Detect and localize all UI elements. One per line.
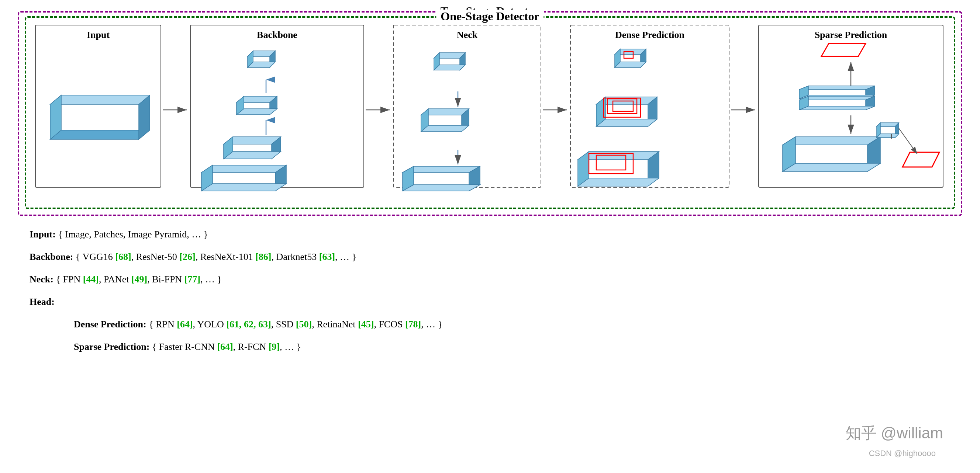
main-container: Two-Stage Detector One-Stage Detector [0, 0, 980, 473]
desc-input: Input: { Image, Patches, Image Pyramid, … [30, 227, 965, 241]
desc-head-label: Head: [30, 297, 55, 307]
ref-63: [63] [319, 251, 335, 262]
svg-text:Backbone: Backbone [257, 30, 298, 40]
desc-sparse-t3: , … } [280, 341, 301, 352]
watermark-sub: CSDN @highoooo [869, 449, 936, 458]
ref-9: [9] [269, 341, 280, 352]
ref-64: [64] [177, 319, 192, 330]
ref-64b: [64] [217, 341, 233, 352]
desc-dense-pred: Dense Prediction: { RPN [64], YOLO [61, … [30, 317, 965, 332]
svg-marker-27 [202, 165, 286, 173]
desc-dense-pred-label: Dense Prediction: [74, 319, 146, 330]
ref-49: [49] [131, 274, 147, 285]
desc-sparse-pred: Sparse Prediction: { Faster R-CNN [64], … [30, 340, 965, 354]
desc-sparse-t2: , R-FCN [233, 341, 269, 352]
ref-44: [44] [83, 274, 99, 285]
desc-dense-t4: , RetinaNet [312, 319, 358, 330]
desc-head: Head: [30, 295, 965, 309]
ref-78: [78] [405, 319, 421, 330]
svg-marker-80 [799, 106, 875, 110]
svg-marker-41 [421, 125, 469, 132]
svg-text:Sparse Prediction: Sparse Prediction [815, 30, 888, 40]
watermark: 知乎 @william [846, 423, 943, 443]
desc-dense-t2: , YOLO [193, 319, 227, 330]
ref-26: [26] [179, 251, 195, 262]
desc-dense-t6: , … } [421, 319, 442, 330]
svg-marker-78 [799, 96, 875, 100]
svg-marker-65 [578, 178, 659, 186]
svg-marker-29 [202, 184, 286, 191]
svg-marker-74 [799, 86, 875, 90]
desc-neck-t3: , Bi-FPN [147, 274, 184, 285]
desc-input-label: Input: [30, 229, 56, 240]
desc-section: Input: { Image, Patches, Image Pyramid, … [15, 227, 965, 354]
desc-dense-t1: { RPN [149, 319, 177, 330]
ref-86: [86] [255, 251, 271, 262]
desc-input-text: { Image, Patches, Image Pyramid, … } [58, 229, 208, 240]
desc-dense-t3: , SSD [271, 319, 296, 330]
desc-sparse-pred-label: Sparse Prediction: [74, 341, 150, 352]
ref-45: [45] [358, 319, 374, 330]
ref-61: [61, 62, 63] [226, 319, 271, 330]
desc-backbone-t4: , Darknet53 [271, 251, 319, 262]
svg-marker-46 [402, 185, 480, 191]
desc-neck-label: Neck: [30, 274, 54, 285]
desc-neck-t4: , … } [200, 274, 222, 285]
svg-rect-32 [393, 25, 541, 187]
svg-marker-25 [224, 152, 281, 159]
desc-neck-text: { FPN [56, 274, 83, 285]
desc-backbone-text: { VGG16 [76, 251, 115, 262]
diagram-area: Input [32, 21, 948, 202]
ref-50: [50] [296, 319, 312, 330]
ref-77: [77] [185, 274, 200, 285]
desc-neck-t2: , PANet [99, 274, 131, 285]
desc-backbone-label: Backbone: [30, 251, 73, 262]
two-stage-box: Two-Stage Detector One-Stage Detector [18, 11, 962, 216]
desc-sparse-t1: { Faster R-CNN [152, 341, 217, 352]
svg-text:Dense Prediction: Dense Prediction [615, 30, 685, 40]
ref-68: [68] [115, 251, 131, 262]
svg-marker-58 [596, 119, 657, 127]
desc-backbone-t2: , ResNet-50 [131, 251, 180, 262]
svg-marker-44 [402, 166, 480, 173]
one-stage-box: One-Stage Detector [25, 16, 955, 209]
desc-dense-t5: , FCOS [374, 319, 405, 330]
desc-neck: Neck: { FPN [44], PANet [49], Bi-FPN [77… [30, 272, 965, 286]
svg-marker-83 [783, 137, 880, 145]
desc-backbone-t5: , … } [335, 251, 356, 262]
svg-text:Neck: Neck [457, 30, 478, 40]
desc-backbone: Backbone: { VGG16 [68], ResNet-50 [26], … [30, 249, 965, 264]
svg-marker-8 [50, 95, 150, 104]
svg-text:Input: Input [87, 30, 110, 40]
desc-backbone-t3: , ResNeXt-101 [196, 251, 255, 262]
svg-marker-6 [50, 130, 150, 140]
svg-marker-85 [783, 163, 880, 171]
